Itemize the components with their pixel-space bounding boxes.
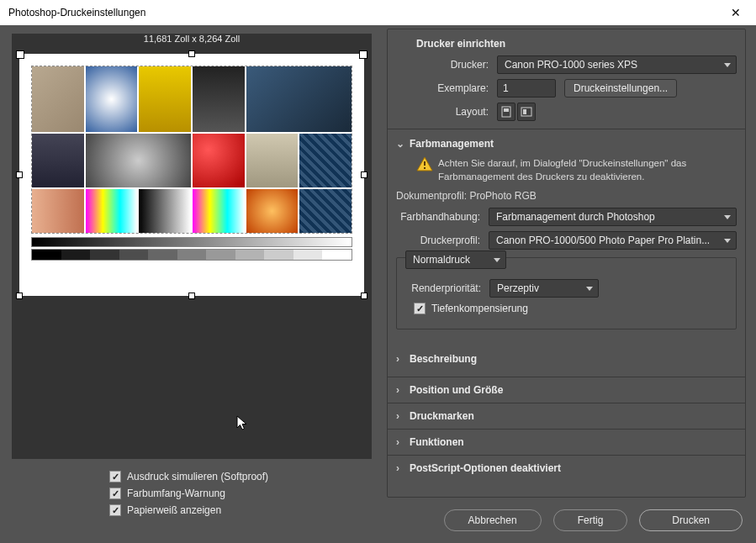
chevron-right-icon: › bbox=[396, 353, 406, 365]
gamut-warning-checkbox[interactable]: ✓Farbumfang-Warnung bbox=[109, 488, 372, 499]
paperwhite-checkbox[interactable]: ✓Papierweiß anzeigen bbox=[109, 504, 372, 516]
color-handling-dropdown[interactable]: Farbmanagement durch Photoshop bbox=[489, 208, 737, 226]
layout-label: Layout: bbox=[396, 106, 497, 118]
print-button[interactable]: Drucken bbox=[639, 509, 743, 531]
portrait-icon[interactable] bbox=[497, 103, 515, 121]
test-image bbox=[31, 66, 352, 234]
printer-setup-heading: Drucker einrichten bbox=[388, 34, 745, 53]
blackpoint-checkbox[interactable]: ✓Tiefenkompensierung bbox=[414, 303, 528, 314]
svg-rect-1 bbox=[504, 108, 509, 112]
chevron-right-icon: › bbox=[396, 462, 406, 474]
chevron-right-icon: › bbox=[396, 436, 406, 448]
printer-dropdown[interactable]: Canon PRO-1000 series XPS bbox=[497, 55, 737, 74]
description-section[interactable]: ›Beschreibung bbox=[388, 346, 745, 372]
warning-icon bbox=[416, 156, 433, 171]
copies-label: Exemplare: bbox=[396, 82, 497, 94]
color-management-heading[interactable]: ⌄Farbmanagement bbox=[388, 134, 745, 153]
chevron-right-icon: › bbox=[396, 410, 406, 422]
window-title: Photoshop-Druckeinstellungen bbox=[8, 7, 145, 18]
chevron-right-icon: › bbox=[396, 384, 406, 396]
print-mode-dropdown[interactable]: Normaldruck bbox=[405, 250, 506, 269]
copies-input[interactable]: 1 bbox=[497, 79, 556, 98]
page-dimensions: 11,681 Zoll x 8,264 Zoll bbox=[144, 34, 240, 44]
svg-rect-4 bbox=[424, 161, 426, 166]
printer-profile-label: Druckerprofil: bbox=[396, 235, 489, 246]
chevron-down-icon: ⌄ bbox=[396, 138, 406, 150]
printer-profile-dropdown[interactable]: Canon PRO-1000/500 Photo Paper Pro Plati… bbox=[489, 231, 737, 250]
titlebar: Photoshop-Druckeinstellungen ✕ bbox=[0, 0, 756, 25]
doc-profile-value: ProPhoto RGB bbox=[469, 190, 536, 202]
landscape-icon[interactable] bbox=[517, 103, 536, 121]
svg-rect-3 bbox=[523, 109, 526, 114]
handling-label: Farbhandhabung: bbox=[396, 211, 489, 223]
cancel-button[interactable]: Abbrechen bbox=[444, 509, 542, 531]
close-icon[interactable]: ✕ bbox=[724, 3, 748, 23]
svg-rect-5 bbox=[424, 167, 426, 169]
cursor-icon bbox=[236, 415, 250, 432]
color-warning-text: Achten Sie darauf, im Dialogfeld "Drucke… bbox=[438, 156, 737, 183]
done-button[interactable]: Fertig bbox=[553, 509, 628, 531]
print-preview-area: 11,681 Zoll x 8,264 Zoll bbox=[12, 34, 372, 459]
postscript-section[interactable]: ›PostScript-Optionen deaktiviert bbox=[388, 455, 745, 481]
printer-label: Drucker: bbox=[396, 59, 497, 71]
print-marks-section[interactable]: ›Druckmarken bbox=[388, 403, 745, 429]
softproof-checkbox[interactable]: ✓Ausdruck simulieren (Softproof) bbox=[109, 471, 372, 482]
render-priority-dropdown[interactable]: Perzeptiv bbox=[489, 279, 599, 298]
doc-profile-label: Dokumentprofil: bbox=[396, 190, 467, 202]
preview-paper[interactable] bbox=[19, 54, 364, 296]
print-settings-button[interactable]: Druckeinstellungen... bbox=[564, 79, 677, 98]
render-priority-label: Renderpriorität: bbox=[405, 282, 489, 294]
position-size-section[interactable]: ›Position und Größe bbox=[388, 377, 745, 403]
functions-section[interactable]: ›Funktionen bbox=[388, 429, 745, 455]
